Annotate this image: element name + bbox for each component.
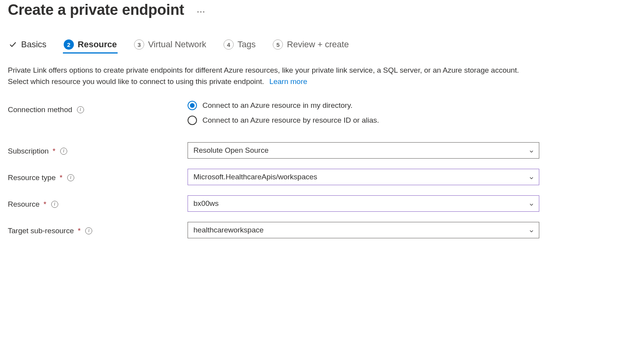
info-icon[interactable]: i — [77, 106, 84, 113]
description-body: Private Link offers options to create pr… — [8, 66, 519, 86]
step-number-badge: 3 — [134, 39, 144, 50]
page-title: Create a private endpoint — [8, 2, 184, 18]
target-sub-resource-label: Target sub-resource — [8, 227, 74, 235]
radio-label: Connect to an Azure resource in my direc… — [202, 101, 352, 110]
tab-virtual-network[interactable]: 3 Virtual Network — [133, 37, 207, 54]
info-icon[interactable]: i — [85, 227, 92, 234]
description-text: Private Link offers options to create pr… — [8, 64, 539, 88]
target-sub-resource-dropdown[interactable]: healthcareworkspace — [188, 222, 539, 238]
tab-resource[interactable]: 2 Resource — [63, 37, 118, 54]
more-button[interactable]: ⋯ — [193, 5, 208, 18]
subscription-dropdown[interactable]: Resolute Open Source — [188, 142, 539, 159]
tab-label: Resource — [78, 39, 117, 50]
chevron-down-icon — [529, 148, 534, 153]
dropdown-value: Microsoft.HealthcareApis/workspaces — [193, 173, 317, 181]
tab-label: Virtual Network — [148, 39, 206, 50]
tab-label: Review + create — [287, 39, 349, 50]
resource-type-label: Resource type — [8, 173, 56, 182]
tab-label: Tags — [238, 39, 256, 50]
resource-type-dropdown[interactable]: Microsoft.HealthcareApis/workspaces — [188, 169, 539, 185]
dropdown-value: healthcareworkspace — [193, 226, 264, 234]
checkmark-icon — [9, 40, 17, 49]
chevron-down-icon — [529, 227, 534, 233]
subscription-label: Subscription — [8, 147, 49, 155]
dropdown-value: bx00ws — [193, 199, 218, 208]
tab-tags[interactable]: 4 Tags — [223, 37, 256, 54]
radio-icon — [188, 116, 197, 125]
radio-connect-alias[interactable]: Connect to an Azure resource by resource… — [188, 116, 539, 125]
radio-label: Connect to an Azure resource by resource… — [202, 116, 379, 125]
connection-method-label: Connection method — [8, 105, 72, 114]
required-asterisk: * — [60, 173, 63, 182]
step-number-badge: 2 — [64, 39, 74, 50]
connection-method-radiogroup: Connect to an Azure resource in my direc… — [188, 101, 539, 125]
required-asterisk: * — [43, 200, 46, 209]
info-icon[interactable]: i — [51, 201, 58, 208]
learn-more-link[interactable]: Learn more — [269, 77, 307, 86]
radio-icon — [188, 101, 197, 110]
resource-label: Resource — [8, 200, 39, 209]
radio-connect-directory[interactable]: Connect to an Azure resource in my direc… — [188, 101, 539, 110]
chevron-down-icon — [529, 201, 534, 206]
tab-review-create[interactable]: 5 Review + create — [272, 37, 349, 54]
step-number-badge: 4 — [224, 39, 234, 50]
dropdown-value: Resolute Open Source — [193, 146, 268, 155]
info-icon[interactable]: i — [60, 148, 67, 155]
step-number-badge: 5 — [273, 39, 283, 50]
chevron-down-icon — [529, 174, 534, 180]
required-asterisk: * — [53, 147, 55, 155]
tab-basics[interactable]: Basics — [8, 37, 47, 54]
info-icon[interactable]: i — [67, 174, 74, 181]
resource-dropdown[interactable]: bx00ws — [188, 195, 539, 212]
tab-label: Basics — [21, 39, 47, 50]
required-asterisk: * — [78, 227, 80, 235]
wizard-tabs: Basics 2 Resource 3 Virtual Network 4 Ta… — [8, 37, 555, 54]
